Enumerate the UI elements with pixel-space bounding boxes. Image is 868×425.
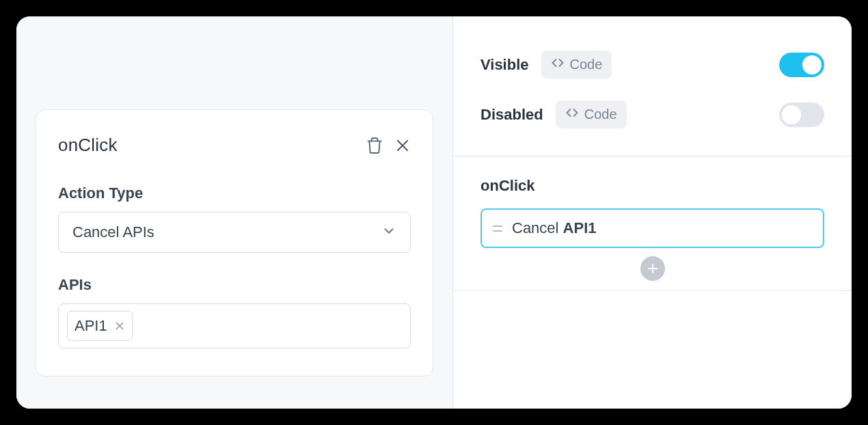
app-frame: onClick xyxy=(16,16,852,409)
action-type-label: Action Type xyxy=(58,184,411,202)
action-type-select[interactable]: Cancel APIs xyxy=(58,212,411,253)
action-item[interactable]: Cancel API1 xyxy=(480,208,824,248)
disabled-label: Disabled xyxy=(480,106,543,124)
code-icon xyxy=(565,106,579,123)
action-text: Cancel API1 xyxy=(512,219,597,237)
disabled-code-button[interactable]: Code xyxy=(556,100,627,128)
action-target: API1 xyxy=(563,219,597,236)
visible-toggle[interactable] xyxy=(779,53,824,77)
section-divider-bottom xyxy=(453,290,852,291)
action-type-value: Cancel APIs xyxy=(72,223,154,241)
event-card: onClick xyxy=(36,109,433,376)
add-action-button[interactable] xyxy=(640,256,665,281)
visible-label: Visible xyxy=(480,56,529,74)
card-title: onClick xyxy=(58,135,118,156)
left-panel: onClick xyxy=(16,16,452,409)
api-tag: API1 xyxy=(67,311,133,341)
disabled-row: Disabled Code xyxy=(453,90,852,139)
action-prefix: Cancel xyxy=(512,219,563,236)
toggle-knob xyxy=(802,55,822,74)
card-header: onClick xyxy=(58,135,411,156)
toggle-knob xyxy=(782,105,801,124)
apis-input[interactable]: API1 xyxy=(58,303,411,348)
api-tag-label: API1 xyxy=(74,317,107,335)
apis-label: APIs xyxy=(58,276,411,294)
tag-close-icon[interactable] xyxy=(114,320,125,331)
visible-row: Visible Code xyxy=(453,40,852,90)
onclick-section-label: onClick xyxy=(453,156,852,208)
right-panel: Visible Code Disabled xyxy=(452,16,852,409)
disabled-toggle[interactable] xyxy=(779,102,824,127)
drag-handle-icon[interactable] xyxy=(493,225,502,232)
card-actions xyxy=(366,137,411,154)
close-icon[interactable] xyxy=(394,137,411,154)
code-label: Code xyxy=(584,107,617,122)
delete-icon[interactable] xyxy=(366,137,383,154)
code-icon xyxy=(551,56,565,73)
chevron-down-icon xyxy=(381,223,396,241)
visible-code-button[interactable]: Code xyxy=(541,51,612,79)
code-label: Code xyxy=(570,57,603,72)
